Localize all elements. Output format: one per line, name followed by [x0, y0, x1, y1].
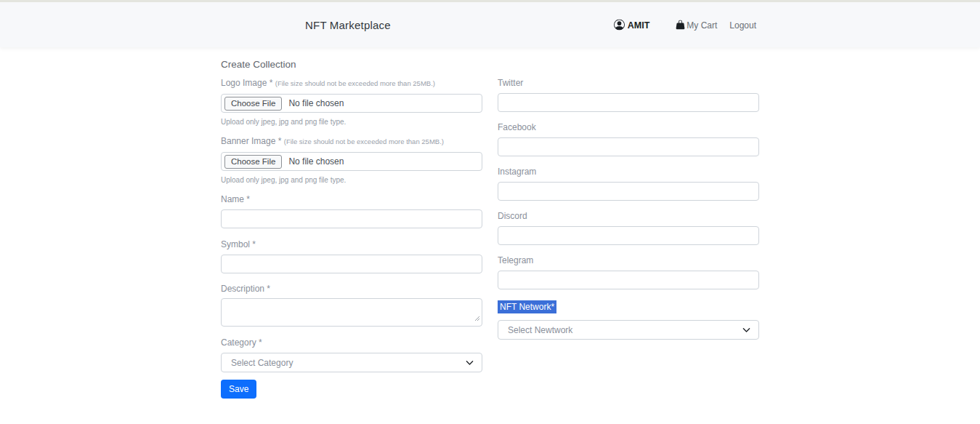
telegram-field[interactable] — [498, 271, 759, 289]
person-circle-icon — [614, 20, 628, 31]
logout-link[interactable]: Logout — [729, 20, 756, 30]
header-nav: AMIT My Cart Logout — [614, 20, 756, 31]
right-column: Twitter Facebook Instagram Discord Teleg… — [498, 78, 759, 399]
banner-file-status: No file chosen — [288, 156, 344, 167]
category-group: Category * Select Category — [221, 337, 482, 372]
description-field[interactable] — [221, 298, 482, 327]
name-group: Name * — [221, 194, 482, 228]
facebook-label: Facebook — [498, 122, 759, 132]
chevron-down-icon — [742, 326, 750, 334]
symbol-label: Symbol * — [221, 239, 482, 249]
user-menu[interactable]: AMIT — [614, 20, 650, 31]
category-label: Category * — [221, 337, 482, 348]
network-selected-value: Select Newtwork — [508, 325, 572, 335]
banner-image-group: Banner Image * (File size should not be … — [221, 136, 482, 184]
my-cart-link[interactable]: My Cart — [676, 20, 717, 30]
logo-image-group: Logo Image * (File size should not be ex… — [221, 78, 482, 126]
banner-choose-file-button[interactable]: Choose File — [224, 155, 282, 169]
symbol-field[interactable] — [221, 255, 482, 273]
logo-size-note: (File size should not be exceeded more t… — [275, 79, 435, 87]
category-selected-value: Select Category — [231, 358, 293, 368]
network-group: NFT Network* Select Newtwork — [498, 300, 759, 340]
name-label: Name * — [221, 194, 482, 204]
create-collection-form: Create Collection Logo Image * (File siz… — [221, 47, 759, 399]
my-cart-label: My Cart — [687, 20, 717, 30]
logo-file-input[interactable]: Choose File No file chosen — [221, 94, 482, 113]
banner-help-text: Upload only jpeg, jpg and png file type. — [221, 176, 482, 184]
description-label: Description * — [221, 284, 482, 294]
discord-field[interactable] — [498, 226, 759, 245]
instagram-label: Instagram — [498, 167, 759, 177]
banner-image-label: Banner Image * (File size should not be … — [221, 136, 482, 147]
name-field[interactable] — [221, 209, 482, 228]
twitter-group: Twitter — [498, 78, 759, 112]
logo-image-label: Logo Image * (File size should not be ex… — [221, 78, 482, 89]
telegram-label: Telegram — [498, 255, 759, 265]
bag-icon — [676, 20, 687, 30]
app-title: NFT Marketplace — [305, 19, 391, 31]
facebook-group: Facebook — [498, 122, 759, 156]
banner-file-input[interactable]: Choose File No file chosen — [221, 152, 482, 171]
network-select[interactable]: Select Newtwork — [498, 320, 759, 340]
discord-group: Discord — [498, 211, 759, 245]
logo-help-text: Upload only jpeg, jpg and png file type. — [221, 118, 482, 126]
banner-size-note: (File size should not be exceeded more t… — [284, 137, 444, 145]
user-name-label: AMIT — [628, 20, 650, 30]
description-group: Description * — [221, 284, 482, 327]
twitter-field[interactable] — [498, 93, 759, 112]
chevron-down-icon — [466, 359, 474, 367]
facebook-field[interactable] — [498, 137, 759, 156]
page-title: Create Collection — [221, 59, 759, 70]
save-button[interactable]: Save — [221, 380, 256, 399]
twitter-label: Twitter — [498, 78, 759, 88]
instagram-field[interactable] — [498, 182, 759, 201]
symbol-group: Symbol * — [221, 239, 482, 273]
category-select[interactable]: Select Category — [221, 353, 482, 372]
logo-choose-file-button[interactable]: Choose File — [224, 97, 282, 111]
logo-file-status: No file chosen — [288, 98, 344, 108]
left-column: Logo Image * (File size should not be ex… — [221, 78, 482, 399]
nft-network-label: NFT Network* — [498, 300, 556, 313]
top-navbar: NFT Marketplace AMIT My Cart Logout — [0, 0, 980, 47]
discord-label: Discord — [498, 211, 759, 221]
instagram-group: Instagram — [498, 167, 759, 201]
telegram-group: Telegram — [498, 255, 759, 289]
